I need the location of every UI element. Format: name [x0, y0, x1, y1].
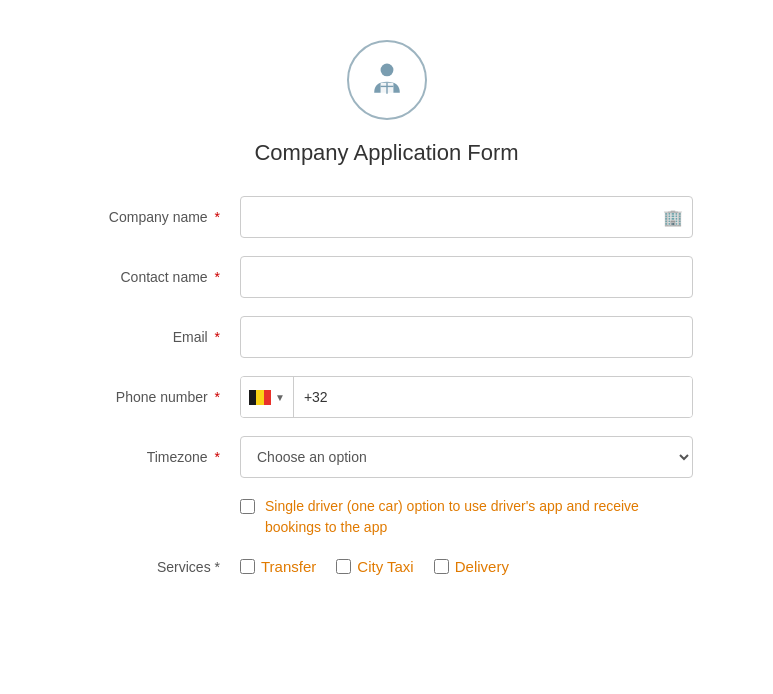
chevron-down-icon: ▼ — [275, 392, 285, 403]
service-city-taxi-checkbox[interactable] — [336, 559, 351, 574]
belgium-flag-icon — [249, 390, 271, 405]
phone-wrapper: ▼ +32 — [240, 376, 693, 418]
services-options: Transfer City Taxi Delivery — [240, 558, 509, 575]
contact-name-row: Contact name * — [80, 256, 693, 298]
timezone-select[interactable]: Choose an option UTC Europe/Brussels Eur… — [240, 436, 693, 478]
email-row: Email * — [80, 316, 693, 358]
single-driver-label[interactable]: Single driver (one car) option to use dr… — [265, 496, 685, 538]
email-label: Email * — [80, 329, 240, 345]
contact-name-input[interactable] — [240, 256, 693, 298]
service-transfer: Transfer — [240, 558, 316, 575]
company-name-label: Company name * — [80, 209, 240, 225]
single-driver-row: Single driver (one car) option to use dr… — [240, 496, 693, 538]
page-title: Company Application Form — [80, 140, 693, 166]
service-city-taxi-label[interactable]: City Taxi — [357, 558, 413, 575]
company-name-row: Company name * 🏢 — [80, 196, 693, 238]
service-city-taxi: City Taxi — [336, 558, 413, 575]
phone-label: Phone number * — [80, 389, 240, 405]
services-label: Services * — [80, 559, 240, 575]
phone-row: Phone number * ▼ +32 — [80, 376, 693, 418]
timezone-label: Timezone * — [80, 449, 240, 465]
phone-country-selector[interactable]: ▼ — [241, 377, 294, 417]
form-container: Company Application Form Company name * … — [20, 20, 753, 635]
phone-country-code: +32 — [294, 389, 338, 405]
logo-icon — [347, 40, 427, 120]
building-icon: 🏢 — [663, 208, 683, 227]
timezone-row: Timezone * Choose an option UTC Europe/B… — [80, 436, 693, 478]
svg-point-0 — [380, 64, 393, 77]
contact-name-label: Contact name * — [80, 269, 240, 285]
services-row: Services * Transfer City Taxi Delivery — [80, 558, 693, 575]
service-delivery-checkbox[interactable] — [434, 559, 449, 574]
company-name-wrapper: 🏢 — [240, 196, 693, 238]
single-driver-checkbox[interactable] — [240, 499, 255, 514]
email-input[interactable] — [240, 316, 693, 358]
service-delivery-label[interactable]: Delivery — [455, 558, 509, 575]
phone-number-input[interactable] — [338, 377, 692, 417]
company-name-input[interactable] — [240, 196, 693, 238]
service-transfer-checkbox[interactable] — [240, 559, 255, 574]
service-delivery: Delivery — [434, 558, 509, 575]
service-transfer-label[interactable]: Transfer — [261, 558, 316, 575]
